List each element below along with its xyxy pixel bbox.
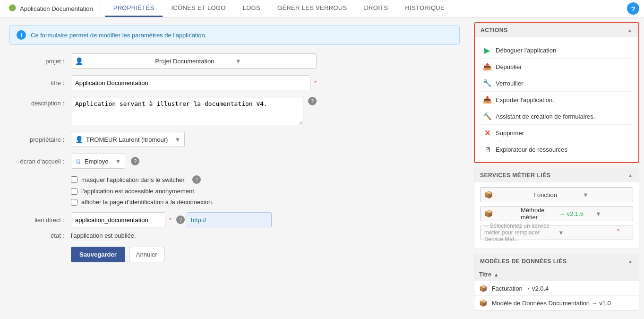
description-wrap: Application servant à illustrer la docum… <box>71 97 317 125</box>
proprietaire-value: TROMEUR Laurent (ltromeur) <box>86 136 168 143</box>
action-depublier-label: Dépublier <box>496 63 522 70</box>
projet-icon: 👤 <box>75 57 152 65</box>
checkbox1-row: masquer l'application dans le switcher. … <box>71 175 460 184</box>
service2-arrow: ▼ <box>595 210 629 217</box>
services-panel: SERVICES MÉTIER LIÉS 📦 Fonction ▼ 📦 Méth… <box>474 168 639 249</box>
models-table: Titre ▲ 📦 Facturation → v2.0.4 <box>474 268 639 310</box>
ecran-arrow: ▼ <box>115 158 121 165</box>
cancel-button[interactable]: Annuler <box>129 247 164 262</box>
action-verrouiller-label: Verrouiller <box>496 80 524 87</box>
model-row-2: 📦 Modèle de Données Documentation → v1.0 <box>474 296 639 310</box>
models-panel: MODÈLES DE DONNÉES LIÉS Titre ▲ <box>474 254 639 310</box>
projet-row: projet : 👤 Projet Documentation ▼ <box>9 53 460 69</box>
model-icon-2: 📦 <box>479 299 487 307</box>
tab-verrous[interactable]: GÉRER LES VERROUS <box>269 0 355 17</box>
service2-select[interactable]: 📦 Méthode métier → v2.1.5 ▼ <box>480 206 633 221</box>
projet-label: projet : <box>9 58 71 65</box>
projet-value: Projet Documentation <box>155 58 232 65</box>
action-supprimer-label: Supprimer <box>496 129 524 137</box>
ecran-label: écran d'accueil : <box>9 158 71 165</box>
service2-icon: 📦 <box>484 209 518 218</box>
lien-input[interactable] <box>71 212 165 227</box>
action-exporter-label: Exporter l'application. <box>496 96 554 103</box>
lien-help[interactable]: ? <box>176 216 185 224</box>
etat-row: état : l'application est publiée. <box>9 232 460 239</box>
action-verrouiller[interactable]: 🔧 Verrouiller <box>481 75 633 92</box>
service1-select[interactable]: 📦 Fonction ▼ <box>480 187 633 202</box>
form-buttons: Sauvegarder Annuler <box>71 247 460 262</box>
info-text: Ce formulaire permet de modifier les par… <box>31 32 206 39</box>
description-textarea[interactable]: Application servant à illustrer la docum… <box>71 97 303 125</box>
titre-input[interactable] <box>71 75 310 90</box>
model-label-1: Facturation → v2.0.4 <box>492 285 549 292</box>
checkbox3-label: afficher la page d'identification à la d… <box>81 198 214 206</box>
ecran-row: écran d'accueil : 🖥 Employe ▼ ? <box>9 154 460 169</box>
left-content: i Ce formulaire permet de modifier les p… <box>0 17 469 319</box>
proprietaire-row: propriétaire : 👤 TROMEUR Laurent (ltrome… <box>9 132 460 147</box>
tab-droits[interactable]: DROITS <box>355 0 396 17</box>
save-button[interactable]: Sauvegarder <box>71 247 125 262</box>
tab-logs[interactable]: LOGS <box>234 0 269 17</box>
action-debug-label: Déboguer l'application <box>496 47 556 54</box>
tab-historique[interactable]: HISTORIQUE <box>396 0 453 17</box>
proprietaire-label: propriétaire : <box>9 136 71 143</box>
models-panel-header: MODÈLES DE DONNÉES LIÉS <box>474 254 639 268</box>
proprietaire-arrow: ▼ <box>174 136 180 143</box>
info-banner: i Ce formulaire permet de modifier les p… <box>9 25 460 45</box>
nav-tabs: PROPRIÉTÉS ICÔNES ET LOGO LOGS GÉRER LES… <box>100 0 627 17</box>
help-button[interactable]: ? <box>627 2 639 15</box>
actions-panel-body: ▶ Déboguer l'application 📤 Dépublier 🔧 V… <box>475 37 638 162</box>
app-title-tab[interactable]: 🟢 Application Documentation <box>5 0 100 17</box>
models-col-title[interactable]: Titre ▲ <box>474 268 639 281</box>
app-icon: 🟢 <box>9 4 17 13</box>
model-icon-1: 📦 <box>479 285 487 292</box>
description-help[interactable]: ? <box>308 97 317 105</box>
action-assistant-label: Assistant de création de formulaires. <box>496 113 595 120</box>
actions-collapse-icon[interactable] <box>627 27 633 34</box>
projet-arrow: ▼ <box>235 58 312 65</box>
titre-control: * <box>71 75 317 90</box>
lien-label: lien direct : <box>9 216 71 224</box>
lien-url-input[interactable] <box>187 212 272 227</box>
tab-icones[interactable]: ICÔNES ET LOGO <box>163 0 234 17</box>
user-icon: 👤 <box>75 136 83 143</box>
lien-row: lien direct : * ? <box>9 212 460 227</box>
checkbox3-input[interactable] <box>71 199 77 206</box>
models-collapse-icon[interactable] <box>628 258 633 265</box>
tab-proprietes[interactable]: PROPRIÉTÉS <box>105 0 163 17</box>
proprietaire-select[interactable]: 👤 TROMEUR Laurent (ltromeur) ▼ <box>71 132 185 147</box>
action-depublier[interactable]: 📤 Dépublier <box>481 59 633 75</box>
checkbox2-input[interactable] <box>71 188 77 195</box>
services-panel-body: 📦 Fonction ▼ 📦 Méthode métier → v2.1.5 ▼… <box>474 182 639 249</box>
checkbox1-help[interactable]: ? <box>192 175 201 184</box>
action-assistant[interactable]: 🔨 Assistant de création de formulaires. <box>481 108 633 125</box>
projet-select[interactable]: 👤 Projet Documentation ▼ <box>71 53 317 69</box>
ecran-select[interactable]: 🖥 Employe ▼ <box>71 154 125 169</box>
action-explorateur[interactable]: 🖥 Explorateur de ressources <box>481 141 633 157</box>
service3-select[interactable]: -- Sélectionnez un service métier pour r… <box>480 225 633 240</box>
ecran-help[interactable]: ? <box>131 157 139 165</box>
service3-value: -- Sélectionnez un service métier pour r… <box>484 223 555 242</box>
service2-version: → v2.1.5 <box>559 210 592 217</box>
service1-arrow: ▼ <box>583 191 629 198</box>
actions-panel-header: ACTIONS <box>475 23 638 37</box>
service1-value: Fonction <box>533 191 580 198</box>
table-row: 📦 Facturation → v2.0.4 <box>474 281 639 296</box>
checkbox1-input[interactable] <box>71 176 77 183</box>
service2-label: Méthode métier <box>521 207 554 221</box>
action-exporter[interactable]: 📥 Exporter l'application. <box>481 92 633 108</box>
action-supprimer[interactable]: ✕ Supprimer <box>481 125 633 141</box>
ecran-value: Employe <box>85 158 109 165</box>
checkbox3-row: afficher la page d'identification à la d… <box>71 198 460 206</box>
supprimer-icon: ✕ <box>482 128 492 138</box>
services-collapse-icon[interactable] <box>628 172 633 179</box>
checkbox2-label: l'application est accessible anonymement… <box>81 188 196 195</box>
monitor-icon: 🖥 <box>75 157 82 165</box>
sort-icon: ▲ <box>494 272 498 277</box>
action-debug[interactable]: ▶ Déboguer l'application <box>481 42 633 59</box>
titre-row: titre : * <box>9 75 460 90</box>
models-panel-body: Titre ▲ 📦 Facturation → v2.0.4 <box>474 268 639 310</box>
actions-title: ACTIONS <box>481 27 508 34</box>
topbar: 🟢 Application Documentation PROPRIÉTÉS I… <box>0 0 644 17</box>
models-title: MODÈLES DE DONNÉES LIÉS <box>480 258 567 265</box>
